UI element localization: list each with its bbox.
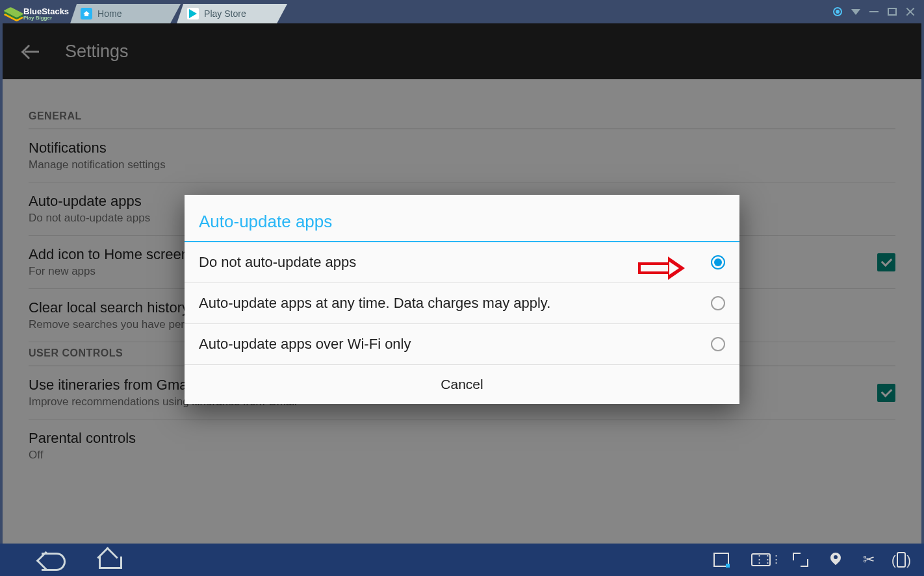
bluestacks-tagline: Play Bigger <box>23 16 69 21</box>
nav-home-button[interactable] <box>99 551 118 567</box>
dialog-cancel-button[interactable]: Cancel <box>185 365 739 404</box>
bluestacks-logo-icon <box>6 8 21 20</box>
radio-unselected-icon[interactable] <box>711 337 725 351</box>
notification-dot-icon[interactable] <box>833 7 842 16</box>
tab-home[interactable]: Home <box>70 4 181 23</box>
nav-back-button[interactable] <box>39 551 66 568</box>
tab-play-store-label: Play Store <box>204 8 246 19</box>
dialog-option-label: Do not auto-update apps <box>199 254 356 271</box>
location-pin-icon[interactable] <box>830 553 841 567</box>
bluestacks-titlebar: BlueStacks Play Bigger Home Play Store <box>0 0 924 23</box>
bluestacks-toolbar: ✂ <box>713 552 924 568</box>
bluestacks-logo: BlueStacks Play Bigger <box>4 7 74 23</box>
dialog-option-label: Auto-update apps over Wi-Fi only <box>199 336 411 353</box>
screenshot-scissors-icon[interactable]: ✂ <box>863 553 875 567</box>
fullscreen-icon[interactable] <box>793 553 808 567</box>
radio-unselected-icon[interactable] <box>711 296 725 310</box>
tab-home-label: Home <box>97 8 122 19</box>
home-icon <box>81 8 92 19</box>
window-minimize-button[interactable] <box>869 11 879 12</box>
window-maximize-button[interactable] <box>888 8 897 16</box>
app-viewport: Settings GENERAL Notifications Manage no… <box>3 23 921 546</box>
dropdown-icon[interactable] <box>851 9 860 15</box>
android-nav-bar: ✂ <box>0 544 924 576</box>
dialog-title: Auto-update apps <box>185 195 739 242</box>
keyboard-icon[interactable] <box>751 553 771 566</box>
auto-update-dialog: Auto-update apps Do not auto-update apps… <box>185 195 739 404</box>
window-close-button[interactable] <box>906 7 915 16</box>
play-store-icon <box>187 8 199 19</box>
dialog-option-label: Auto-update apps at any time. Data charg… <box>199 295 550 312</box>
tab-play-store[interactable]: Play Store <box>177 4 287 23</box>
dialog-option-any-time[interactable]: Auto-update apps at any time. Data charg… <box>185 283 739 324</box>
radio-selected-icon[interactable] <box>711 255 725 269</box>
dialog-option-do-not-update[interactable]: Do not auto-update apps <box>185 242 739 283</box>
shake-device-icon[interactable] <box>897 552 906 568</box>
dialog-option-wifi-only[interactable]: Auto-update apps over Wi-Fi only <box>185 324 739 365</box>
toggle-screen-icon[interactable] <box>713 553 729 567</box>
